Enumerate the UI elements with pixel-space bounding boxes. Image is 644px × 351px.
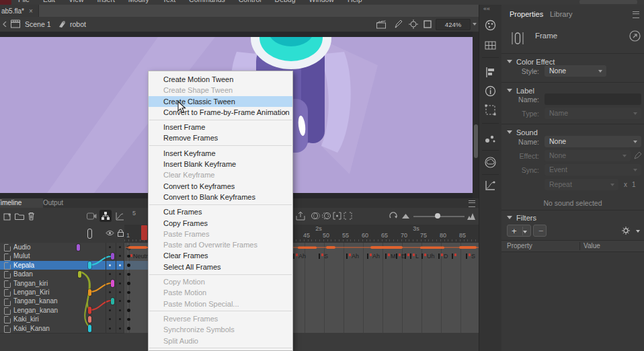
collapse-dock-icon[interactable]: «« (483, 5, 490, 12)
delete-layer-icon[interactable] (28, 212, 35, 221)
new-layer-icon[interactable] (3, 212, 12, 221)
zoom-in-frames-icon[interactable] (467, 212, 477, 220)
layer-row-kepala[interactable]: Kepala (0, 261, 148, 270)
add-filter-button[interactable]: + (507, 225, 531, 237)
loop-playback-icon[interactable] (389, 211, 398, 221)
menu-insert[interactable]: Insert (91, 0, 122, 4)
menu-file[interactable]: File (11, 0, 36, 4)
layer-row-tangan-kiri[interactable]: Tangan_kiri (0, 279, 148, 288)
tab-output[interactable]: Output (38, 198, 69, 208)
swatches-panel-icon[interactable] (485, 40, 496, 51)
layer-row-kaki-kiri[interactable]: Kaki_kiri (0, 315, 148, 323)
menu-item-convert-to-keyframes[interactable]: Convert to Keyframes (149, 181, 292, 192)
close-tab-icon[interactable]: × (29, 7, 33, 15)
menu-item-clear-frames[interactable]: Clear Frames (149, 250, 292, 261)
onion-skin-outline-icon[interactable] (322, 212, 331, 220)
label-name-input[interactable] (545, 93, 641, 105)
menu-view[interactable]: View (62, 0, 91, 4)
scrollbar-thumb[interactable] (474, 124, 478, 158)
menu-commands[interactable]: Commands (182, 0, 232, 4)
layer-visibility-dot[interactable] (109, 264, 111, 266)
eye-column-icon[interactable] (106, 230, 114, 236)
quick-share-icon[interactable] (629, 30, 641, 42)
menu-window[interactable]: Window (303, 0, 341, 4)
edit-symbols-icon[interactable] (394, 20, 403, 29)
center-frame-icon[interactable] (409, 20, 418, 29)
back-arrow-icon[interactable] (3, 22, 7, 27)
playhead-marker[interactable] (141, 225, 147, 240)
menu-item-create-motion-tween[interactable]: Create Motion Tween (149, 74, 292, 85)
onion-skin-icon[interactable] (311, 212, 320, 220)
lock-column-icon[interactable] (118, 229, 124, 237)
menu-item-create-classic-tween[interactable]: Create Classic Tween (149, 96, 292, 107)
menu-item-copy-frames[interactable]: Copy Frames (149, 218, 292, 229)
first-frame-cell[interactable] (124, 279, 148, 288)
menu-item-clear-keyframe[interactable]: Clear Keyframe (149, 169, 292, 180)
section-filters[interactable]: Filters (507, 214, 536, 222)
menu-item-paste-motion-special[interactable]: Paste Motion Special... (149, 299, 292, 309)
align-panel-icon[interactable] (485, 67, 496, 78)
layer-visibility-dot[interactable] (109, 246, 111, 248)
stage-vertical-scrollbar[interactable] (473, 32, 479, 198)
menu-item-create-shape-tween[interactable]: Create Shape Tween (149, 85, 292, 95)
tab-properties[interactable]: Properties (510, 10, 543, 18)
layer-lock-dot[interactable] (119, 282, 121, 284)
layer-visibility-dot[interactable] (109, 291, 111, 293)
layer-lock-dot[interactable] (119, 246, 121, 248)
first-frame-cell[interactable] (124, 297, 148, 305)
first-frame-cell[interactable] (124, 288, 148, 297)
layer-visibility-dot[interactable] (109, 327, 111, 329)
menu-item-paste-motion[interactable]: Paste Motion (149, 287, 292, 298)
menu-item-convert-to-blank-keyframes[interactable]: Convert to Blank Keyframes (149, 192, 292, 202)
layer-row-tangan-kanan[interactable]: Tangan_kanan (0, 297, 148, 305)
tab-library[interactable]: Library (550, 10, 573, 18)
menu-item-copy-motion[interactable]: Copy Motion (149, 276, 292, 287)
first-frame-cell[interactable] (124, 306, 148, 315)
menu-help[interactable]: Help (341, 0, 369, 4)
layer-parenting-toggle[interactable] (99, 210, 112, 222)
menu-item-select-all-frames[interactable]: Select All Frames (149, 262, 292, 272)
first-frame-cell[interactable] (124, 324, 148, 333)
zoom-out-frames-icon[interactable] (402, 214, 409, 219)
marker-range-icon[interactable] (344, 212, 352, 220)
breadcrumb-symbol[interactable]: robot (70, 20, 86, 28)
workspace-switcher[interactable] (579, 0, 637, 4)
menu-item-split-audio[interactable]: Split Audio (149, 336, 292, 346)
breadcrumb-scene[interactable]: Scene 1 (25, 20, 51, 28)
menu-modify[interactable]: Modify (122, 0, 156, 4)
first-frame-cell[interactable] (124, 261, 148, 270)
info-panel-icon[interactable] (485, 85, 496, 97)
filter-options-button[interactable] (621, 225, 641, 237)
menu-debug[interactable]: Debug (268, 0, 303, 4)
timeline-zoom-slider-knob[interactable] (435, 213, 440, 219)
graph-editor-icon[interactable] (116, 212, 124, 221)
menu-item-insert-frame[interactable]: Insert Frame (149, 122, 292, 132)
new-folder-icon[interactable] (15, 212, 24, 220)
first-frame-cell[interactable] (124, 270, 148, 278)
tab-timeline[interactable]: Timeline (0, 198, 43, 208)
first-frame-cell[interactable] (124, 315, 148, 323)
menu-edit[interactable]: Edit (36, 0, 62, 4)
menu-item-paste-frames[interactable]: Paste Frames (149, 229, 292, 239)
menu-item-remove-frames[interactable]: Remove Frames (149, 132, 292, 143)
section-label[interactable]: Label (507, 87, 534, 95)
properties-panel-menu-icon[interactable] (633, 11, 639, 18)
sound-name-select[interactable]: None (545, 136, 641, 147)
motion-presets-panel-icon[interactable] (485, 180, 496, 191)
remove-filter-button[interactable]: − (533, 225, 547, 237)
clip-content-icon[interactable] (424, 20, 432, 28)
edit-multiple-frames-icon[interactable] (333, 212, 341, 220)
menu-item-insert-blank-keyframe[interactable]: Insert Blank Keyframe (149, 159, 292, 169)
timeline-panel-menu-icon[interactable] (469, 200, 475, 207)
brush-library-panel-icon[interactable] (485, 132, 496, 144)
layer-row-badan[interactable]: Badan (0, 270, 148, 278)
camera-view-icon[interactable] (376, 20, 387, 29)
zoom-chevron-icon[interactable] (473, 23, 477, 26)
layer-lock-dot[interactable] (119, 291, 121, 293)
section-sound[interactable]: Sound (507, 128, 538, 136)
menu-text[interactable]: Text (156, 0, 182, 4)
layer-row-lengan-kanan[interactable]: Lengan_kanan (0, 306, 148, 315)
transform-panel-icon[interactable] (485, 104, 496, 116)
menu-item-cut-frames[interactable]: Cut Frames (149, 206, 292, 217)
layer-lock-dot[interactable] (119, 264, 121, 266)
